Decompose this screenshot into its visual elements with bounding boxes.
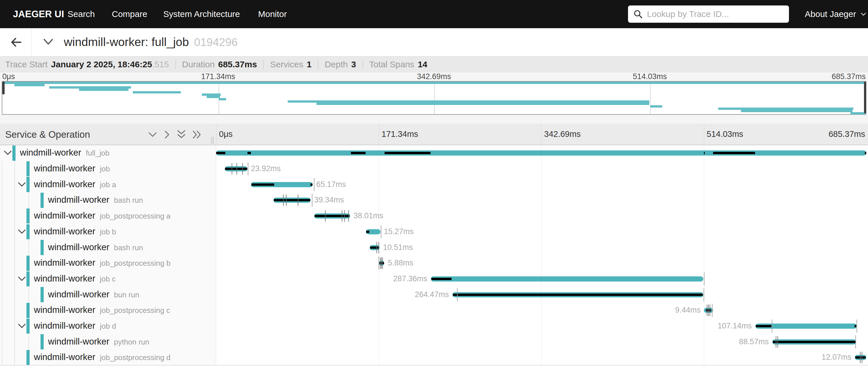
nav-item-search[interactable]: Search	[67, 0, 95, 28]
divider	[318, 60, 318, 69]
operation-name: python run	[114, 338, 150, 346]
span-row[interactable]: windmill-workerjob23.92ms	[0, 161, 868, 177]
service-name[interactable]: windmill-workerjob d	[34, 321, 116, 331]
span-duration-label: 12.07ms	[822, 353, 851, 362]
log-marker	[348, 210, 349, 222]
back-button[interactable]	[8, 35, 24, 50]
service-name[interactable]: windmill-workerbash run	[48, 242, 143, 253]
self-time-segment	[247, 152, 251, 154]
chevron-right-icon	[163, 129, 171, 140]
span-row[interactable]: windmill-workerjob_postprocessing d12.07…	[0, 350, 868, 366]
service-name[interactable]: windmill-workerbun run	[48, 289, 140, 300]
span-row[interactable]: windmill-workerbun run264.47ms	[0, 287, 868, 302]
service-name[interactable]: windmill-workerbash run	[48, 195, 143, 205]
log-marker	[298, 194, 298, 206]
span-bar[interactable]	[216, 150, 866, 155]
nav-item-system-architecture[interactable]: System Architecture	[163, 0, 240, 28]
span-collapse-toggle[interactable]	[3, 149, 13, 157]
span-row[interactable]: windmill-workerjob d107.14ms	[0, 318, 868, 334]
minimap-span-bar	[650, 105, 662, 108]
span-collapse-toggle[interactable]	[17, 181, 27, 189]
span-duration-label: 38.01ms	[353, 211, 383, 220]
log-marker	[708, 305, 709, 316]
chevron-down-icon	[17, 228, 27, 235]
service-name[interactable]: windmill-workerjob_postprocessing b	[34, 258, 170, 268]
span-duration-label: 107.14ms	[718, 321, 752, 330]
summary-value: January 2 2025, 18:46:25	[51, 60, 152, 69]
operation-name: bun run	[114, 290, 140, 299]
span-duration-label: 39.34ms	[314, 196, 344, 204]
service-name[interactable]: windmill-workerjob a	[34, 179, 116, 190]
divider	[363, 60, 363, 69]
indent-guide	[14, 239, 15, 255]
nav-item-compare[interactable]: Compare	[112, 0, 147, 28]
service-name[interactable]: windmill-workerjob	[34, 163, 110, 174]
minimap-tick-label: 171.34ms	[201, 72, 236, 81]
span-duration-label: 5.88ms	[388, 259, 413, 267]
expand-all-button[interactable]	[192, 124, 202, 145]
span-row[interactable]: windmill-workerpython run88.57ms	[0, 334, 868, 350]
timeline-tick-label: 171.34ms	[382, 124, 418, 145]
log-marker	[378, 242, 379, 253]
indent-guide	[14, 318, 15, 334]
service-accent-bar	[26, 319, 30, 334]
summary-value: 14	[417, 60, 427, 69]
span-row[interactable]: windmill-workerbash run39.34ms	[0, 192, 868, 208]
trace-summary-bar: Trace StartJanuary 2 2025, 18:46:25.515D…	[0, 56, 868, 73]
operation-name: job b	[100, 228, 116, 236]
log-marker	[710, 305, 710, 316]
span-row[interactable]: windmill-workerjob_postprocessing c9.44m…	[0, 302, 868, 318]
service-name[interactable]: windmill-workerfull_job	[20, 147, 110, 158]
span-bar[interactable]	[431, 277, 703, 282]
column-resize-handle[interactable]	[211, 137, 215, 144]
span-edge-marker	[712, 304, 713, 317]
about-jaeger-menu[interactable]: About Jaeger	[805, 0, 867, 28]
span-edge-marker	[704, 288, 704, 301]
column-divider	[216, 124, 216, 145]
service-name[interactable]: windmill-workerjob b	[34, 226, 116, 237]
span-duration-label: 15.27ms	[384, 227, 414, 236]
span-collapse-toggle[interactable]	[17, 323, 27, 331]
span-collapse-toggle[interactable]	[17, 276, 27, 284]
collapse-trace-header-button[interactable]	[42, 37, 55, 48]
minimap-left-scrubber[interactable]	[2, 82, 5, 94]
indent-guide	[14, 271, 15, 287]
nav-item-monitor[interactable]: Monitor	[258, 0, 287, 28]
span-collapse-toggle[interactable]	[17, 228, 27, 236]
service-name[interactable]: windmill-workerjob c	[34, 273, 116, 284]
operation-name: job_postprocessing a	[100, 212, 171, 220]
service-accent-bar	[26, 350, 30, 365]
span-row[interactable]: windmill-workerjob_postprocessing b5.88m…	[0, 255, 868, 271]
span-row[interactable]: windmill-workerjob b15.27ms	[0, 224, 868, 240]
operation-name: bash run	[114, 196, 143, 204]
span-row[interactable]: windmill-workerjob c287.36ms	[0, 271, 868, 287]
collapse-one-button[interactable]	[148, 124, 158, 145]
indent-guide	[28, 334, 29, 350]
service-name[interactable]: windmill-workerjob_postprocessing d	[34, 352, 170, 362]
timeline-tick-label: 342.69ms	[544, 124, 581, 145]
minimap-gridline	[650, 82, 650, 114]
operation-name: job_postprocessing b	[100, 259, 171, 267]
span-duration-label: 287.36ms	[393, 275, 427, 283]
service-name[interactable]: windmill-workerjob_postprocessing c	[34, 305, 170, 315]
service-name[interactable]: windmill-workerpython run	[48, 337, 149, 347]
self-time-segment	[773, 341, 856, 343]
indent-guide	[2, 161, 2, 177]
span-row[interactable]: windmill-workerfull_job	[0, 145, 868, 161]
span-edge-marker	[772, 319, 772, 333]
span-row[interactable]: windmill-workerbash run10.51ms	[0, 239, 868, 255]
jaeger-logo[interactable]: JAEGER UI	[13, 0, 64, 28]
log-marker	[237, 163, 237, 175]
indent-guide	[2, 271, 2, 287]
minimap-right-scrubber[interactable]	[864, 82, 866, 113]
expand-one-button[interactable]	[163, 124, 171, 145]
jaeger-trace-page: JAEGER UI SearchCompareSystem Architectu…	[0, 0, 868, 375]
span-edge-marker	[312, 194, 312, 207]
service-name[interactable]: windmill-workerjob_postprocessing a	[34, 210, 170, 221]
trace-id-search[interactable]: Lookup by Trace ID...	[628, 5, 789, 23]
trace-minimap[interactable]	[2, 81, 866, 115]
collapse-all-button[interactable]	[176, 124, 187, 145]
span-row[interactable]: windmill-workerjob_postprocessing a38.01…	[0, 208, 868, 224]
span-row[interactable]: windmill-workerjob a65.17ms	[0, 177, 868, 192]
minimap-span-bar	[79, 89, 128, 91]
